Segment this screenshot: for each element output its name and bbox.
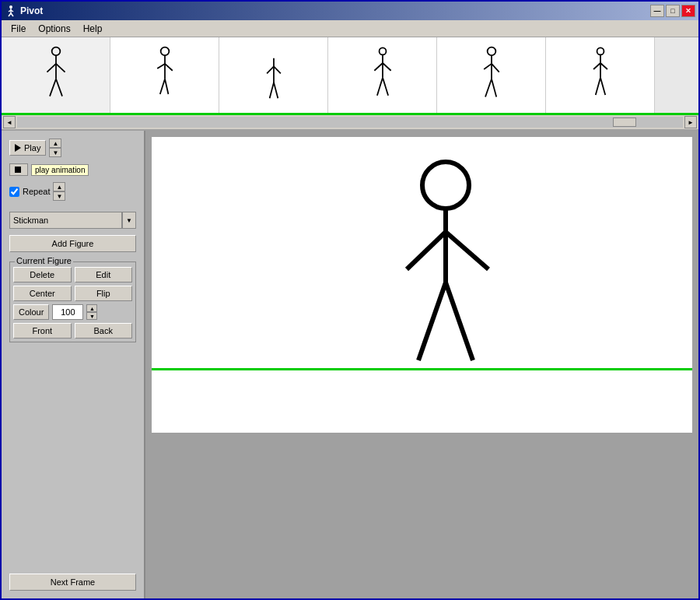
svg-line-5 (11, 13, 13, 16)
frame-cell-1[interactable] (2, 37, 110, 113)
colour-button[interactable]: Colour (13, 304, 49, 320)
play-icon (15, 144, 21, 152)
frame-cell-5[interactable] (437, 37, 546, 113)
svg-line-31 (484, 63, 492, 68)
title-bar: Pivot — □ ✕ (2, 2, 698, 20)
frame-stickman-2 (145, 44, 184, 107)
frame-stickman-1 (37, 44, 75, 107)
frame-cell-3[interactable] (219, 37, 328, 113)
main-area: Play ▲ ▼ play animation Repeat ▲ (2, 131, 698, 598)
svg-line-19 (267, 66, 274, 73)
title-bar-left: Pivot (5, 5, 43, 17)
center-button[interactable]: Center (13, 286, 72, 301)
frame-cell-2[interactable] (110, 37, 219, 113)
svg-line-33 (485, 79, 492, 96)
scroll-right-button[interactable]: ► (684, 116, 697, 128)
stop-icon (15, 167, 21, 173)
svg-line-8 (47, 63, 56, 72)
svg-line-34 (492, 79, 496, 96)
frame-stickman-4 (363, 44, 402, 107)
title-controls: — □ ✕ (650, 5, 695, 17)
main-stickman[interactable] (383, 154, 508, 372)
current-figure-buttons: Delete Edit Center Flip Colour ▲ ▼ Front (13, 267, 132, 339)
frames-panel: ◄ ► (2, 37, 698, 131)
stop-button[interactable] (9, 163, 28, 176)
next-frame-button[interactable]: Next Frame (9, 574, 136, 591)
front-button[interactable]: Front (13, 323, 72, 339)
svg-line-22 (274, 82, 278, 97)
repeat-speed-buttons: ▲ ▼ (53, 182, 65, 201)
playback-row: Play ▲ ▼ (9, 139, 136, 157)
svg-line-32 (492, 63, 499, 72)
canvas-area (145, 131, 698, 598)
frame-cell-4[interactable] (328, 37, 437, 113)
svg-line-10 (50, 79, 56, 96)
svg-line-38 (600, 63, 607, 69)
svg-line-26 (383, 63, 391, 71)
speed-up-button[interactable]: ▲ (49, 139, 61, 148)
colour-spin-up[interactable]: ▲ (86, 304, 97, 312)
svg-line-43 (407, 232, 446, 269)
play-animation-tooltip: play animation (31, 164, 89, 176)
svg-line-9 (56, 63, 65, 72)
svg-line-39 (595, 77, 600, 94)
menu-file[interactable]: File (5, 22, 32, 36)
svg-point-35 (597, 47, 604, 54)
svg-line-27 (376, 77, 382, 95)
svg-line-16 (159, 79, 164, 94)
menu-bar: File Options Help (2, 20, 698, 37)
frame-cell-6[interactable] (546, 37, 655, 113)
svg-line-11 (56, 79, 62, 96)
svg-line-21 (269, 82, 273, 97)
main-window: Pivot — □ ✕ File Options Help (0, 0, 700, 600)
frame-stickman-6 (581, 44, 620, 107)
figure-dropdown-container: Stickman ▼ (9, 212, 136, 229)
repeat-down-button[interactable]: ▼ (53, 191, 65, 201)
svg-line-20 (274, 66, 281, 73)
repeat-label: Repeat (23, 187, 50, 196)
svg-point-41 (422, 162, 469, 209)
scroll-track[interactable] (17, 117, 683, 128)
current-figure-legend: Current Figure (15, 256, 73, 265)
svg-line-40 (600, 77, 605, 94)
left-panel: Play ▲ ▼ play animation Repeat ▲ (2, 131, 145, 598)
menu-help[interactable]: Help (77, 22, 109, 36)
svg-line-14 (157, 63, 165, 68)
flip-button[interactable]: Flip (75, 286, 133, 301)
colour-row: Colour ▲ ▼ (13, 304, 132, 320)
speed-down-button[interactable]: ▼ (49, 148, 61, 157)
play-label: Play (24, 143, 40, 153)
svg-line-15 (165, 63, 173, 70)
svg-point-0 (9, 5, 12, 9)
frame-stickman-5 (472, 44, 511, 107)
svg-point-12 (160, 47, 169, 55)
colour-input[interactable] (52, 304, 83, 320)
colour-spin-down[interactable]: ▼ (86, 312, 97, 320)
svg-point-6 (51, 47, 60, 55)
svg-line-25 (374, 63, 383, 71)
current-figure-group: Current Figure Delete Edit Center Flip C… (9, 261, 136, 342)
maximize-button[interactable]: □ (666, 5, 680, 17)
stage[interactable] (152, 137, 692, 433)
figure-dropdown[interactable]: Stickman (9, 212, 122, 229)
spacer (9, 349, 136, 567)
repeat-checkbox[interactable] (9, 187, 19, 197)
repeat-row: Repeat ▲ ▼ (9, 182, 136, 201)
close-button[interactable]: ✕ (681, 5, 695, 17)
edit-button[interactable]: Edit (75, 267, 133, 282)
figure-dropdown-arrow[interactable]: ▼ (122, 212, 136, 229)
scroll-thumb[interactable] (613, 118, 636, 127)
svg-line-37 (593, 63, 600, 69)
scroll-left-button[interactable]: ◄ (3, 116, 16, 128)
svg-line-46 (446, 282, 473, 360)
minimize-button[interactable]: — (650, 5, 664, 17)
delete-button[interactable]: Delete (13, 267, 72, 282)
back-button[interactable]: Back (75, 323, 133, 339)
svg-line-28 (383, 77, 388, 95)
menu-options[interactable]: Options (32, 22, 76, 36)
svg-line-17 (165, 79, 168, 94)
speed-buttons: ▲ ▼ (49, 139, 61, 157)
add-figure-button[interactable]: Add Figure (9, 235, 136, 252)
play-button[interactable]: Play (9, 140, 46, 156)
repeat-up-button[interactable]: ▲ (53, 182, 65, 191)
